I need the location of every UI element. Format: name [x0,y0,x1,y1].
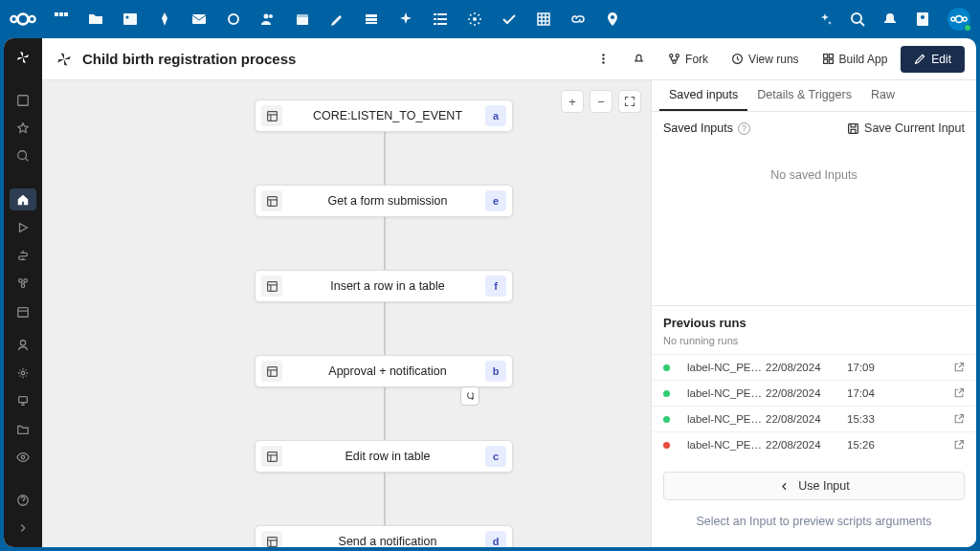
assistant-icon[interactable] [398,11,413,27]
external-link-icon[interactable] [953,439,965,451]
sidebar-gear-icon[interactable] [10,362,36,384]
svg-point-35 [951,17,955,21]
sidebar-variables-icon[interactable] [10,244,36,266]
zoom-in-button[interactable]: + [561,90,584,113]
status-dot [663,390,670,397]
flow-node[interactable]: Send a notificationd [255,525,513,547]
svg-rect-17 [434,13,436,15]
sidebar-workers-icon[interactable] [10,390,36,412]
flow-node[interactable]: Approval + notificationb [255,355,513,387]
more-button[interactable] [588,46,619,73]
help-icon[interactable]: ? [738,122,750,135]
sidebar-users-icon[interactable] [10,334,36,356]
run-label: label-NC_PERS... [687,362,766,373]
sidebar-folders-icon[interactable] [10,418,36,440]
select-input-message: Select an Input to preview scripts argum… [652,510,976,533]
node-letter: f [485,276,506,297]
sparkle-icon[interactable] [817,11,833,27]
sidebar-star-icon[interactable] [10,117,36,139]
notifications-icon[interactable] [882,11,898,27]
sidebar-search-icon[interactable] [10,145,36,167]
node-letter: d [485,531,506,547]
tab-raw[interactable]: Raw [861,80,904,111]
contacts-icon[interactable] [260,11,276,27]
run-row[interactable]: label-NC_PERS...22/08/202415:33 [652,406,976,431]
calendar-icon[interactable] [295,11,310,27]
sidebar-help-icon[interactable] [10,489,36,511]
svg-point-1 [11,16,16,22]
top-bar [0,0,980,38]
external-link-icon[interactable] [953,387,965,399]
svg-point-7 [126,16,129,19]
run-row[interactable]: label-NC_PERS...22/08/202417:09 [652,354,976,380]
sidebar-runs-icon[interactable] [10,216,36,238]
svg-rect-64 [267,196,277,206]
run-time: 17:09 [847,362,895,373]
zoom-out-button[interactable]: − [590,90,612,113]
user-avatar[interactable] [947,8,970,31]
view-runs-button[interactable]: View runs [722,46,808,73]
sidebar-resources-icon[interactable] [10,273,36,295]
flow-node[interactable]: Insert a row in a tablef [255,270,513,302]
no-running-message: No running runs [652,335,976,354]
sidebar-workspace-icon[interactable] [10,89,36,111]
flow-node[interactable]: CORE:LISTEN_TO_EVENTa [255,99,513,132]
files-icon[interactable] [88,11,103,27]
tables-icon[interactable] [536,11,551,27]
flow-node[interactable]: Get a form submissione [255,185,513,217]
external-link-icon[interactable] [953,362,965,373]
top-app-icons [54,11,620,27]
svg-point-29 [611,15,614,19]
bell-button[interactable] [623,46,655,73]
dashboard-icon[interactable] [54,11,69,27]
run-row[interactable]: label-NC_PERS...22/08/202415:26 [652,431,976,457]
status-dot [663,364,670,371]
deck-icon[interactable] [364,11,379,27]
search-icon[interactable] [850,11,865,27]
activity-icon[interactable] [157,11,172,27]
tab-saved-inputs[interactable]: Saved inputs [659,80,747,111]
no-saved-message: No saved Inputs [652,144,976,206]
photos-icon[interactable] [122,11,138,27]
sidebar-eye-icon[interactable] [10,446,36,468]
flow-canvas[interactable]: + − CORE:LISTEN_TO_EVENTaGet a form subm… [42,80,651,547]
saved-inputs-label: Saved Inputs [663,121,733,135]
notes-icon[interactable] [329,11,345,27]
contacts-menu-icon[interactable] [915,11,930,27]
mail-icon[interactable] [191,11,207,27]
save-current-input-button[interactable]: Save Current Input [847,121,965,135]
node-type-icon [261,361,282,382]
check-icon[interactable] [501,11,517,27]
svg-rect-37 [18,96,29,106]
use-input-button[interactable]: Use Input [663,472,965,500]
panel-tabs: Saved inputs Details & Triggers Raw [652,80,976,112]
windmill-icon[interactable] [10,46,36,68]
link-icon[interactable] [570,11,586,27]
sidebar-home-icon[interactable] [10,188,36,210]
run-date: 22/08/2024 [766,387,847,399]
maps-icon[interactable] [605,11,620,27]
tasks-icon[interactable] [433,11,448,27]
sidebar-expand-icon[interactable] [10,518,36,540]
run-date: 22/08/2024 [766,439,847,451]
tab-details[interactable]: Details & Triggers [747,80,861,111]
external-link-icon[interactable] [953,413,965,425]
talk-icon[interactable] [226,11,241,27]
run-row[interactable]: label-NC_PERS...22/08/202417:04 [652,380,976,406]
edit-button[interactable]: Edit [901,46,965,73]
settings-icon[interactable] [467,11,482,27]
svg-rect-76 [267,537,277,546]
svg-point-50 [602,54,604,55]
flow-node[interactable]: Edit row in tablec [255,440,513,473]
svg-rect-20 [437,18,447,20]
fullscreen-button[interactable] [618,90,641,113]
status-online-dot [964,24,971,32]
build-app-button[interactable]: Build App [813,46,898,73]
nextcloud-logo[interactable] [10,6,36,33]
svg-point-38 [18,151,27,160]
svg-point-23 [473,17,477,21]
sidebar-schedules-icon[interactable] [10,300,36,322]
svg-point-34 [956,16,963,23]
fork-button[interactable]: Fork [658,46,718,73]
svg-rect-67 [267,281,277,291]
